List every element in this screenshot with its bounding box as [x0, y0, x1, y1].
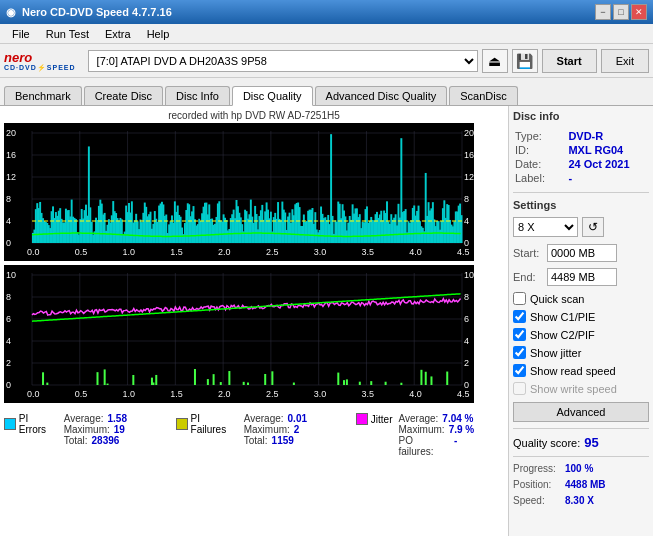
end-mb-label: End: [513, 271, 543, 283]
exit-button[interactable]: Exit [601, 49, 649, 73]
start-mb-row: Start: [513, 244, 649, 262]
stats-area: PI Errors Average: 1.58 Maximum: 19 Tota… [4, 409, 504, 461]
start-mb-label: Start: [513, 247, 543, 259]
disc-date-val: 24 Oct 2021 [568, 158, 647, 170]
tab-benchmark[interactable]: Benchmark [4, 86, 82, 105]
speed-select[interactable]: 8 X [513, 217, 578, 237]
progress-row: Progress: 100 % [513, 463, 649, 474]
show-write-speed-row: Show write speed [513, 382, 649, 395]
speed-val: 8.30 X [565, 495, 594, 506]
quality-score-label: Quality score: [513, 437, 580, 449]
show-read-speed-checkbox[interactable] [513, 364, 526, 377]
tab-create-disc[interactable]: Create Disc [84, 86, 163, 105]
end-mb-input[interactable] [547, 268, 617, 286]
app-title: Nero CD-DVD Speed 4.7.7.16 [22, 6, 172, 18]
tab-disc-info[interactable]: Disc Info [165, 86, 230, 105]
divider-2 [513, 428, 649, 429]
pi-failures-group: PI Failures Average: 0.01 Maximum: 2 Tot… [176, 413, 344, 457]
jitter-max-key: Maximum: [399, 424, 445, 435]
pi-failures-values: Average: 0.01 Maximum: 2 Total: 1159 [244, 413, 344, 446]
pi-errors-avg-val: 1.58 [107, 413, 157, 424]
jitter-values: Average: 7.04 % Maximum: 7.9 % PO failur… [399, 413, 505, 457]
title-bar-left: ◉ Nero CD-DVD Speed 4.7.7.16 [6, 6, 172, 19]
menu-file[interactable]: File [4, 26, 38, 42]
pi-errors-max-key: Maximum: [64, 424, 110, 435]
quick-scan-label: Quick scan [530, 293, 584, 305]
jitter-label-box: Jitter [356, 413, 393, 425]
pi-errors-avg-key: Average: [64, 413, 104, 424]
logo-sub: CD·DVD⚡SPEED [4, 64, 76, 71]
pi-failures-label: PI Failures [191, 413, 238, 435]
minimize-button[interactable]: − [595, 4, 611, 20]
pi-errors-group: PI Errors Average: 1.58 Maximum: 19 Tota… [4, 413, 164, 457]
jitter-avg-key: Average: [399, 413, 439, 424]
disc-type-val: DVD-R [568, 130, 647, 142]
pi-failures-max-val: 2 [294, 424, 344, 435]
jitter-group: Jitter Average: 7.04 % Maximum: 7.9 % PO… [356, 413, 504, 457]
quick-scan-checkbox[interactable] [513, 292, 526, 305]
tab-bar: Benchmark Create Disc Disc Info Disc Qua… [0, 78, 653, 106]
jitter-color-box [356, 413, 368, 425]
show-c1pie-label: Show C1/PIE [530, 311, 595, 323]
menu-run-test[interactable]: Run Test [38, 26, 97, 42]
tab-disc-quality[interactable]: Disc Quality [232, 86, 313, 106]
pi-failures-max-key: Maximum: [244, 424, 290, 435]
maximize-button[interactable]: □ [613, 4, 629, 20]
pi-failures-avg-val: 0.01 [288, 413, 338, 424]
save-button[interactable]: 💾 [512, 49, 538, 73]
menu-help[interactable]: Help [139, 26, 178, 42]
pi-errors-max-val: 19 [114, 424, 164, 435]
speed-row: Speed: 8.30 X [513, 495, 649, 506]
disc-type-key: Type: [515, 130, 566, 142]
divider-1 [513, 192, 649, 193]
pi-errors-total-val: 28396 [92, 435, 142, 446]
start-mb-input[interactable] [547, 244, 617, 262]
disc-info-table: Type: DVD-R ID: MXL RG04 Date: 24 Oct 20… [513, 128, 649, 186]
show-c2pif-checkbox[interactable] [513, 328, 526, 341]
quick-scan-row: Quick scan [513, 292, 649, 305]
show-read-speed-label: Show read speed [530, 365, 616, 377]
show-c2pif-label: Show C2/PIF [530, 329, 595, 341]
settings-speed-row: 8 X ↺ [513, 217, 649, 237]
show-read-speed-row: Show read speed [513, 364, 649, 377]
divider-3 [513, 456, 649, 457]
disc-id-val: MXL RG04 [568, 144, 647, 156]
start-button[interactable]: Start [542, 49, 597, 73]
top-chart-wrapper [4, 123, 504, 261]
drive-select[interactable]: [7:0] ATAPI DVD A DH20A3S 9P58 [88, 50, 478, 72]
toolbar: nero CD·DVD⚡SPEED [7:0] ATAPI DVD A DH20… [0, 44, 653, 78]
jitter-label: Jitter [371, 414, 393, 425]
advanced-button[interactable]: Advanced [513, 402, 649, 422]
disc-id-key: ID: [515, 144, 566, 156]
chart-subtitle: recorded with hp DVD RW AD-7251H5 [4, 110, 504, 121]
chart-area: recorded with hp DVD RW AD-7251H5 PI Err… [0, 106, 508, 536]
tab-scan-disc[interactable]: ScanDisc [449, 86, 517, 105]
jitter-po-val: - [454, 435, 504, 457]
quality-score-val: 95 [584, 435, 598, 450]
pi-failures-color-box [176, 418, 188, 430]
pi-failures-avg-key: Average: [244, 413, 284, 424]
progress-val: 100 % [565, 463, 593, 474]
bottom-chart-canvas [4, 265, 474, 403]
position-key: Position: [513, 479, 561, 490]
main-content: recorded with hp DVD RW AD-7251H5 PI Err… [0, 106, 653, 536]
eject-button[interactable]: ⏏ [482, 49, 508, 73]
menu-bar: File Run Test Extra Help [0, 24, 653, 44]
quality-score-row: Quality score: 95 [513, 435, 649, 450]
pi-failures-label-box: PI Failures [176, 413, 238, 435]
jitter-avg-val: 7.04 % [442, 413, 492, 424]
menu-extra[interactable]: Extra [97, 26, 139, 42]
refresh-button[interactable]: ↺ [582, 217, 604, 237]
pi-failures-total-key: Total: [244, 435, 268, 446]
speed-key: Speed: [513, 495, 561, 506]
jitter-po-key: PO failures: [399, 435, 451, 457]
show-c1pie-row: Show C1/PIE [513, 310, 649, 323]
show-c2pif-row: Show C2/PIF [513, 328, 649, 341]
tab-advanced-disc-quality[interactable]: Advanced Disc Quality [315, 86, 448, 105]
close-button[interactable]: ✕ [631, 4, 647, 20]
pi-errors-label: PI Errors [19, 413, 58, 435]
show-c1pie-checkbox[interactable] [513, 310, 526, 323]
logo-text: nero [4, 51, 76, 64]
show-jitter-checkbox[interactable] [513, 346, 526, 359]
end-mb-row: End: [513, 268, 649, 286]
